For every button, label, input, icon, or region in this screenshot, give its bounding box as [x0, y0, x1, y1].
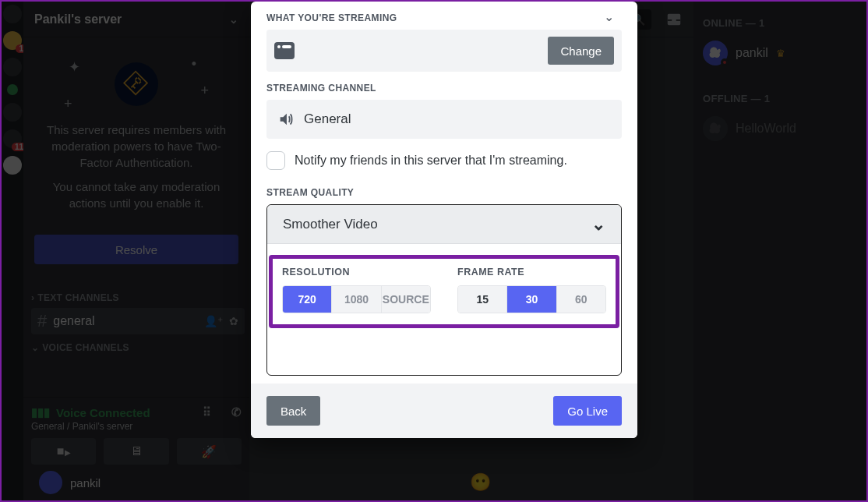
- modal-footer: Back Go Live: [251, 384, 637, 438]
- text-channel-general[interactable]: # general 👤⁺ ✿: [31, 308, 245, 334]
- quality-preset-select[interactable]: Smoother Video ⌄: [267, 205, 621, 244]
- notice-line1: This server requires members with modera…: [37, 122, 235, 171]
- quality-box: Smoother Video ⌄ RESOLUTION 720 1080 SOU…: [266, 204, 622, 376]
- chevron-down-icon: ⌄: [229, 13, 238, 26]
- current-user-row[interactable]: pankil: [31, 465, 242, 497]
- rail-server-icon[interactable]: [3, 58, 22, 76]
- framerate-label: FRAME RATE: [457, 267, 606, 278]
- svg-rect-4: [676, 19, 681, 21]
- offline-header: OFFLINE — 1: [703, 93, 857, 104]
- emoji-picker-icon[interactable]: 😶: [470, 472, 491, 493]
- change-button[interactable]: Change: [548, 37, 614, 65]
- member-row[interactable]: HelloWorld: [703, 112, 857, 145]
- text-channels-header[interactable]: › TEXT CHANNELS: [31, 292, 245, 303]
- rail-home-icon[interactable]: [3, 5, 22, 23]
- voice-status: Voice Connected: [56, 406, 150, 419]
- resolution-segment: 720 1080 SOURCE: [282, 285, 431, 313]
- stream-settings-modal: ⌄ WHAT YOU'RE STREAMING Change STREAMING…: [251, 2, 637, 438]
- member-list: ONLINE — 1 pankil ♛ OFFLINE — 1 HelloWor…: [693, 2, 866, 500]
- screen-share-button[interactable]: 🖥: [104, 438, 168, 465]
- online-header: ONLINE — 1: [703, 17, 857, 29]
- svg-rect-3: [668, 19, 672, 21]
- gear-icon[interactable]: ✿: [229, 315, 238, 327]
- current-user-name: pankil: [70, 476, 101, 490]
- inbox-icon[interactable]: [665, 11, 683, 28]
- resolution-option-1080[interactable]: 1080: [332, 286, 381, 313]
- server-rail: 1 11: [2, 2, 23, 500]
- what-streaming-label: WHAT YOU'RE STREAMING: [266, 12, 622, 23]
- member-name: pankil: [736, 46, 768, 60]
- member-name: HelloWorld: [736, 122, 796, 136]
- application-window-icon: [274, 42, 295, 59]
- channel-name: general: [53, 314, 94, 328]
- chevron-up-icon[interactable]: ⌄: [604, 9, 614, 24]
- framerate-option-60[interactable]: 60: [557, 286, 605, 313]
- channel-value: General: [304, 111, 351, 127]
- streaming-channel-label: STREAMING CHANNEL: [266, 83, 622, 94]
- notify-checkbox[interactable]: [266, 151, 285, 170]
- add-user-icon[interactable]: 👤⁺: [204, 315, 223, 327]
- channel-sidebar: Pankil's server ⌄ ✦ • + + ⚿ This server …: [23, 2, 249, 500]
- quality-preset-value: Smoother Video: [283, 217, 378, 232]
- rail-server-icon[interactable]: 1: [3, 31, 22, 50]
- signal-icon: ▮▮▮: [31, 405, 50, 419]
- back-button[interactable]: Back: [266, 396, 320, 426]
- chevron-down-icon: ⌄: [31, 342, 39, 353]
- disconnect-icon[interactable]: ✆: [231, 405, 242, 419]
- avatar: [703, 41, 728, 65]
- server-name: Pankil's server: [34, 12, 122, 27]
- notify-label: Notify my friends in this server that I'…: [295, 154, 567, 168]
- resolution-label: RESOLUTION: [282, 267, 431, 278]
- video-button[interactable]: ■▶: [31, 438, 96, 465]
- resolution-option-720[interactable]: 720: [283, 286, 332, 313]
- rail-server-icon[interactable]: 11: [3, 129, 22, 148]
- notify-row[interactable]: Notify my friends in this server that I'…: [266, 151, 622, 170]
- voice-subchannel: General / Pankil's server: [31, 421, 242, 432]
- framerate-option-30[interactable]: 30: [507, 286, 556, 313]
- framerate-segment: 15 30 60: [457, 285, 606, 313]
- owner-crown-icon: ♛: [776, 48, 785, 59]
- rail-server-icon[interactable]: [3, 103, 22, 122]
- framerate-option-15[interactable]: 15: [458, 286, 507, 313]
- stream-quality-label: STREAM QUALITY: [266, 187, 622, 198]
- avatar: [703, 116, 728, 141]
- rail-add-server-icon[interactable]: [3, 156, 22, 175]
- voice-channels-header[interactable]: ⌄ VOICE CHANNELS: [31, 342, 245, 353]
- resolve-button[interactable]: Resolve: [34, 235, 238, 264]
- speaker-icon: [277, 111, 295, 128]
- chevron-down-icon: ⌄: [591, 214, 605, 235]
- quality-highlight-area: RESOLUTION 720 1080 SOURCE FRAME RATE 15…: [269, 255, 619, 328]
- member-row[interactable]: pankil ♛: [703, 37, 857, 69]
- go-live-button[interactable]: Go Live: [553, 396, 622, 426]
- soundboard-icon[interactable]: ⠿: [203, 405, 211, 419]
- rail-online-icon: [7, 84, 18, 95]
- chevron-right-icon: ›: [31, 292, 34, 303]
- notice-line2: You cannot take any moderation actions u…: [37, 179, 235, 211]
- key-icon: ⚿: [118, 65, 155, 103]
- avatar: [39, 471, 62, 494]
- mfa-notice: ✦ • + + ⚿ This server requires members w…: [23, 37, 249, 227]
- resolution-option-source[interactable]: SOURCE: [382, 286, 430, 313]
- voice-panel: ▮▮▮ Voice Connected ⠿ ✆ General / Pankil…: [23, 397, 249, 500]
- streaming-source-row: Change: [266, 30, 622, 72]
- key-graphic: ✦ • + + ⚿: [37, 53, 235, 115]
- activity-button[interactable]: 🚀: [177, 438, 242, 465]
- status-dnd-icon: [721, 58, 729, 66]
- hash-icon: #: [37, 311, 47, 331]
- streaming-channel-select[interactable]: General: [266, 100, 622, 139]
- server-header[interactable]: Pankil's server ⌄: [23, 2, 249, 37]
